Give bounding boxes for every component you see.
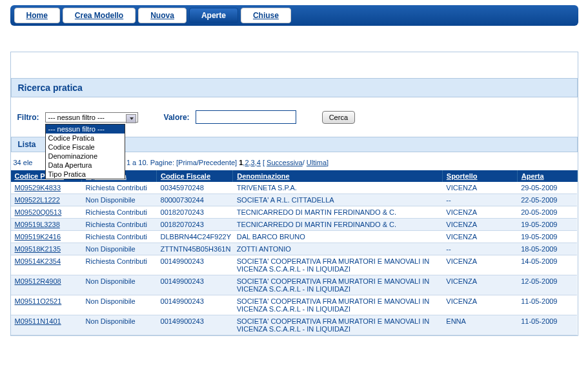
cell-tipo: Non Disponibile xyxy=(82,243,157,255)
cell-tipo: Richiesta Contributi xyxy=(82,206,157,219)
tab-chiuse[interactable]: Chiuse xyxy=(241,8,291,23)
codice-link[interactable]: M09512R4908 xyxy=(15,277,61,285)
cell-den: SOCIETA' COOPERATIVA FRA MURATORI E MANO… xyxy=(233,315,443,335)
filter-option[interactable]: Data Apertura xyxy=(46,161,125,170)
cell-aperta: 11-05-2009 xyxy=(517,315,577,335)
table-row: M09514K2354Richiesta Contributi001499002… xyxy=(11,255,578,275)
cell-aperta: 29-05-2009 xyxy=(517,182,577,194)
col-codice-fiscale[interactable]: Codice Fiscale xyxy=(157,170,233,182)
cell-sport: VICENZA xyxy=(442,255,517,275)
cell-den: SOCIETA' COOPERATIVA FRA MURATORI E MANO… xyxy=(233,255,443,275)
cell-sport: VICENZA xyxy=(442,295,517,315)
cell-sport: VICENZA xyxy=(442,182,517,194)
cell-aperta: 11-05-2009 xyxy=(517,295,577,315)
tab-home[interactable]: Home xyxy=(14,8,60,23)
cell-cf: DLBBRN44C24F922Y xyxy=(157,231,233,243)
cell-den: ZOTTI ANTONIO xyxy=(233,243,443,255)
cell-sport: ENNA xyxy=(442,315,517,335)
page-next[interactable]: Successiva xyxy=(267,159,303,166)
filter-option[interactable]: Codice Fiscale xyxy=(46,143,125,152)
filter-option[interactable]: --- nessun filtro --- xyxy=(46,124,125,134)
value-label: Valore: xyxy=(164,113,190,122)
cell-tipo: Non Disponibile xyxy=(82,194,157,206)
col-sportello[interactable]: Sportello xyxy=(442,170,517,182)
table-row: M09519L3238Richiesta Contributi001820702… xyxy=(11,219,578,231)
cell-cf: 00182070243 xyxy=(157,219,233,231)
cell-tipo: Richiesta Contributi xyxy=(82,182,157,194)
table-row: M09511N1401Non Disponibile00149900243SOC… xyxy=(11,315,578,335)
codice-link[interactable]: M09511O2521 xyxy=(15,297,62,305)
cell-den: TRIVENETA S.P.A. xyxy=(233,182,443,194)
page-last[interactable]: Ultima xyxy=(307,159,327,166)
menu-bar: Home Crea Modello Nuova Aperte Chiuse xyxy=(10,5,578,26)
cell-den: SOCIETA' COOPERATIVA FRA MURATORI E MANO… xyxy=(233,275,443,295)
section-title: Ricerca pratica xyxy=(11,78,578,97)
filter-option[interactable]: Denominazione xyxy=(46,152,125,161)
codice-link[interactable]: M09520Q0513 xyxy=(15,208,62,216)
cell-cf: ZTTNTN45B05H361N xyxy=(157,243,233,255)
cell-tipo: Richiesta Contributi xyxy=(82,231,157,243)
cell-tipo: Non Disponibile xyxy=(82,315,157,335)
filter-select[interactable]: --- nessun filtro --- xyxy=(45,112,138,123)
cell-sport: VICENZA xyxy=(442,231,517,243)
filter-option[interactable]: Codice Pratica xyxy=(46,134,125,143)
cell-cf: 80000730244 xyxy=(157,194,233,206)
tab-aperte[interactable]: Aperte xyxy=(189,8,238,23)
cell-sport: VICENZA xyxy=(442,275,517,295)
codice-link[interactable]: M09511N1401 xyxy=(15,317,61,325)
cell-tipo: Richiesta Contributi xyxy=(82,255,157,275)
table-row: M09529K4833Richiesta Contributi003459702… xyxy=(11,182,578,194)
table-row: M09520Q0513Richiesta Contributi001820702… xyxy=(11,206,578,219)
table-row: M09511O2521Non Disponibile00149900243SOC… xyxy=(11,295,578,315)
search-button[interactable]: Cerca xyxy=(322,111,355,124)
cell-cf: 00182070243 xyxy=(157,206,233,219)
codice-link[interactable]: M09519L3238 xyxy=(15,221,60,228)
cell-aperta: 19-05-2009 xyxy=(517,231,577,243)
results-table: Codice Pratica Tipo Pratica Codice Fisca… xyxy=(11,170,578,335)
cell-sport: VICENZA xyxy=(442,219,517,231)
cell-aperta: 22-05-2009 xyxy=(517,194,577,206)
page-link[interactable]: 3 xyxy=(251,159,255,166)
cell-aperta: 20-05-2009 xyxy=(517,206,577,219)
cell-den: SOCIETA' A R.L. CITTADELLA xyxy=(233,194,443,206)
page-link[interactable]: 2 xyxy=(245,159,248,166)
codice-link[interactable]: M09519K2416 xyxy=(15,233,61,241)
cell-tipo: Richiesta Contributi xyxy=(82,219,157,231)
col-aperta[interactable]: Aperta xyxy=(517,170,577,182)
cell-aperta: 14-05-2009 xyxy=(517,255,577,275)
filter-option[interactable]: Tipo Pratica xyxy=(46,170,125,179)
cell-aperta: 18-05-2009 xyxy=(517,243,577,255)
codice-link[interactable]: M09522L1222 xyxy=(15,196,60,204)
cell-sport: VICENZA xyxy=(442,206,517,219)
cell-den: TECNICARREDO DI MARTIN FERDINANDO & C. xyxy=(233,206,443,219)
filter-dropdown: --- nessun filtro --- Codice Pratica Cod… xyxy=(45,124,125,179)
codice-link[interactable]: M09529K4833 xyxy=(15,184,61,192)
filter-label: Filtro: xyxy=(17,113,39,122)
cell-sport: -- xyxy=(442,243,517,255)
cell-cf: 00149900243 xyxy=(157,255,233,275)
table-row: M09522L1222Non Disponibile80000730244SOC… xyxy=(11,194,578,206)
tab-crea-modello[interactable]: Crea Modello xyxy=(63,8,136,23)
codice-link[interactable]: M09514K2354 xyxy=(15,257,61,265)
cell-cf: 00149900243 xyxy=(157,315,233,335)
table-row: M09512R4908Non Disponibile00149900243SOC… xyxy=(11,275,578,295)
table-row: M09519K2416Richiesta ContributiDLBBRN44C… xyxy=(11,231,578,243)
cell-aperta: 12-05-2009 xyxy=(517,275,577,295)
cell-cf: 00149900243 xyxy=(157,275,233,295)
page-link[interactable]: 4 xyxy=(257,159,261,166)
value-input[interactable] xyxy=(196,110,296,124)
cell-den: TECNICARREDO DI MARTIN FERDINANDO & C. xyxy=(233,219,443,231)
col-denominazione[interactable]: Denominazione xyxy=(233,170,443,182)
cell-tipo: Non Disponibile xyxy=(82,275,157,295)
cell-aperta: 19-05-2009 xyxy=(517,219,577,231)
tab-nuova[interactable]: Nuova xyxy=(138,8,187,23)
cell-den: SOCIETA' COOPERATIVA FRA MURATORI E MANO… xyxy=(233,295,443,315)
cell-tipo: Non Disponibile xyxy=(82,295,157,315)
cell-den: DAL BARCO BRUNO xyxy=(233,231,443,243)
cell-cf: 00149900243 xyxy=(157,295,233,315)
codice-link[interactable]: M09518K2135 xyxy=(15,245,61,253)
table-row: M09518K2135Non DisponibileZTTNTN45B05H36… xyxy=(11,243,578,255)
cell-sport: -- xyxy=(442,194,517,206)
cell-cf: 00345970248 xyxy=(157,182,233,194)
